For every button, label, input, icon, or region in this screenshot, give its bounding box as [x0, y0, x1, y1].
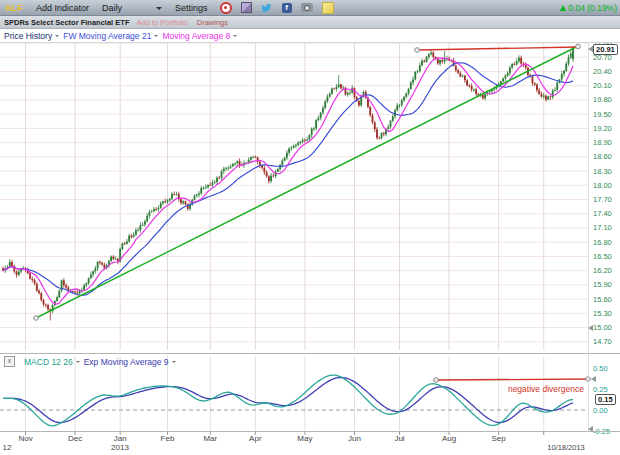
macd-signal-line	[3, 377, 573, 422]
svg-text:Sep: Sep	[492, 434, 507, 443]
svg-text:Dec: Dec	[68, 434, 82, 443]
price-history-menu[interactable]: Price History	[4, 31, 59, 41]
svg-text:0.00: 0.00	[593, 406, 608, 415]
macd-header: x MACD 12 26 Exp Moving Average 9	[4, 356, 176, 367]
alarm-icon[interactable]	[220, 2, 232, 14]
period-dropdown-icon[interactable]	[156, 7, 162, 13]
svg-text:20.40: 20.40	[593, 67, 612, 76]
chevron-down-icon	[55, 35, 59, 39]
twitter-icon[interactable]	[261, 3, 273, 13]
svg-text:18.90: 18.90	[593, 138, 612, 147]
trendline[interactable]	[36, 46, 578, 318]
indicator-bar: Price History FW Moving Average 21 Movin…	[0, 29, 620, 42]
ma21-label: FW Moving Average 21	[63, 31, 151, 41]
ma8-label: Moving Average 8	[162, 31, 230, 41]
month-labels: NovDecJanFebMarAprMayJunJulAugSep1220131…	[3, 434, 585, 452]
macd-value-badge: 0.15	[595, 394, 616, 405]
etf-name: SPDRs Select Sector Financial ETF	[4, 18, 129, 27]
svg-text:16.20: 16.20	[593, 266, 612, 275]
last-price-badge: 20.91	[593, 44, 618, 55]
svg-text:18.30: 18.30	[593, 167, 612, 176]
main-toolbar: XLF Add Indicator Daily Settings f 0.04 …	[0, 0, 620, 16]
svg-text:15.00: 15.00	[593, 323, 612, 332]
settings-button[interactable]: Settings	[175, 3, 208, 13]
chart-canvas[interactable]: negative divergence21.0020.7020.4020.101…	[0, 0, 620, 455]
svg-text:15.90: 15.90	[593, 280, 612, 289]
price-change: 0.04 (0.19%)	[560, 3, 617, 13]
svg-text:Feb: Feb	[161, 434, 175, 443]
svg-text:17.40: 17.40	[593, 209, 612, 218]
chevron-down-icon	[76, 361, 80, 365]
add-indicator-button[interactable]: Add Indicator	[36, 3, 89, 13]
facebook-icon[interactable]: f	[282, 3, 292, 13]
chevron-down-icon	[233, 35, 237, 39]
ma8-menu[interactable]: Moving Average 8	[162, 31, 237, 41]
close-macd-button[interactable]: x	[4, 356, 15, 367]
svg-text:Aug: Aug	[442, 434, 456, 443]
divergence-label: negative divergence	[508, 384, 584, 394]
svg-text:Mar: Mar	[203, 434, 217, 443]
add-to-portfolio-link[interactable]: Add to Portfolio	[136, 18, 187, 27]
ma21-line	[3, 63, 573, 295]
svg-text:14.70: 14.70	[593, 337, 612, 346]
svg-text:0.50: 0.50	[593, 364, 608, 373]
svg-text:Nov: Nov	[18, 434, 32, 443]
candles	[2, 46, 574, 320]
ma21-menu[interactable]: FW Moving Average 21	[63, 31, 158, 41]
svg-text:18.00: 18.00	[593, 181, 612, 190]
svg-text:2013: 2013	[111, 443, 129, 452]
svg-text:18.60: 18.60	[593, 152, 612, 161]
macd-menu[interactable]: MACD 12 26	[24, 357, 80, 367]
svg-text:19.50: 19.50	[593, 110, 612, 119]
price-history-label: Price History	[4, 31, 52, 41]
symbol-label: XLF	[5, 2, 23, 13]
svg-text:17.70: 17.70	[593, 195, 612, 204]
chevron-down-icon	[172, 361, 176, 365]
svg-text:15.30: 15.30	[593, 309, 612, 318]
svg-text:16.50: 16.50	[593, 252, 612, 261]
svg-text:Apr: Apr	[249, 434, 262, 443]
price-axis-labels: 21.0020.7020.4020.1019.8019.5019.2018.90…	[593, 39, 612, 347]
svg-text:0.25: 0.25	[593, 385, 608, 394]
ema-signal-label: Exp Moving Average 9	[84, 357, 169, 367]
svg-text:16.80: 16.80	[593, 238, 612, 247]
svg-text:10/18/2013: 10/18/2013	[547, 443, 585, 452]
chevron-down-icon	[154, 35, 158, 39]
svg-text:15.60: 15.60	[593, 295, 612, 304]
svg-text:19.20: 19.20	[593, 124, 612, 133]
cube-icon[interactable]	[241, 2, 252, 13]
note-icon[interactable]	[322, 2, 334, 14]
toolbar-icons: f	[220, 2, 334, 14]
svg-text:Jan: Jan	[114, 434, 127, 443]
svg-text:17.10: 17.10	[593, 223, 612, 232]
svg-text:Jun: Jun	[348, 434, 361, 443]
up-arrow-icon	[560, 5, 566, 11]
svg-text:12: 12	[3, 443, 12, 452]
macd-label: MACD 12 26	[24, 357, 73, 367]
camera-lens	[304, 5, 310, 11]
change-text: 0.04 (0.19%)	[568, 3, 617, 13]
svg-text:negative divergence: negative divergence	[508, 384, 584, 394]
camera-icon[interactable]	[301, 3, 313, 12]
subheader-bar: SPDRs Select Sector Financial ETF Add to…	[0, 16, 620, 29]
svg-text:20.10: 20.10	[593, 81, 612, 90]
svg-text:Jul: Jul	[394, 434, 404, 443]
svg-text:May: May	[297, 434, 312, 443]
alarm-dot	[224, 6, 227, 9]
drawings-link[interactable]: Drawings	[197, 18, 228, 27]
period-select[interactable]: Daily	[102, 3, 122, 13]
chart-window: negative divergence21.0020.7020.4020.101…	[0, 0, 620, 455]
ema-menu[interactable]: Exp Moving Average 9	[84, 357, 176, 367]
divergence-line[interactable]	[434, 377, 591, 383]
facebook-glyph: f	[285, 3, 288, 13]
svg-text:19.80: 19.80	[593, 95, 612, 104]
panel-borders	[0, 43, 620, 432]
price-hgrid-lines	[0, 43, 588, 342]
